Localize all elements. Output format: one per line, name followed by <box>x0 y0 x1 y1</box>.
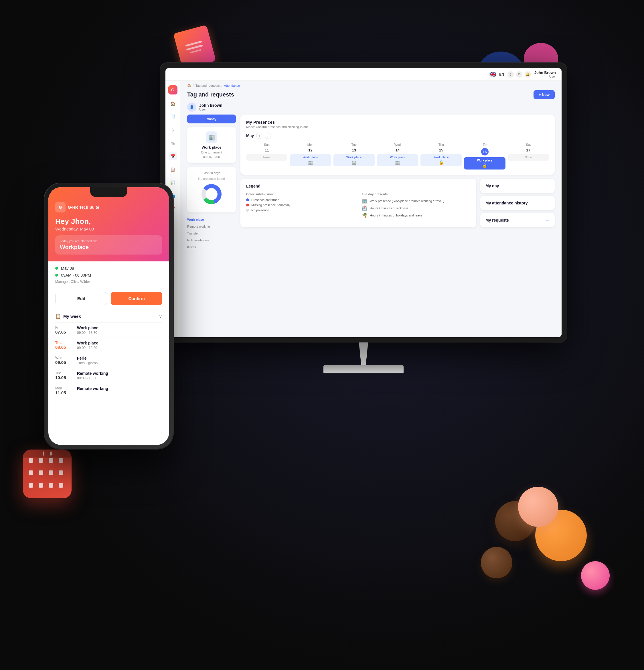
menu-item-workplace[interactable]: Work place <box>187 217 236 222</box>
my-requests-card[interactable]: My requests → <box>480 213 555 227</box>
day-name-sun: Sun <box>246 143 287 146</box>
week-calendar-icon: 📋 <box>55 313 61 319</box>
week-item-fri[interactable]: Fri 07.05 Work place 09:00 - 18:30 <box>55 322 162 338</box>
work-place-card: 🏢 Work place One turnament 09:00-18:00 <box>187 127 236 163</box>
monitor-screen: 🇬🇧 EN ? ⚙ 🔔 John Brown User G 🏠 📄 $ 🛍 <box>165 68 562 337</box>
day-num-mon: 12 <box>290 148 331 152</box>
day-name-wed: Wed <box>377 143 418 146</box>
phone-screen: G G-HR Tech Suite Hey Jhon, Wednesday, M… <box>49 187 169 445</box>
day-card-tue[interactable]: Work place 🏢 <box>333 154 375 166</box>
sidebar-icon-calendar[interactable]: 📅 <box>169 152 177 160</box>
help-icon[interactable]: ? <box>507 71 514 78</box>
schedule-time-text: 09AM - 06:30PM <box>61 273 91 278</box>
day-card-mon[interactable]: Work place 🏢 <box>290 154 331 166</box>
week-detail-wen: Ferie Tutto il giorno <box>77 356 162 365</box>
day-card-thu[interactable]: Work place 🔒 <box>421 154 462 166</box>
sidebar-icon-bag[interactable]: 🛍 <box>169 139 177 147</box>
settings-icon[interactable]: ⚙ <box>516 71 522 78</box>
side-cards: My day → My attendance history → My requ… <box>480 179 555 227</box>
topbar-user-role: User <box>534 75 556 78</box>
phone-logo-row: G G-HR Tech Suite <box>55 202 162 213</box>
week-day-name-mon-phone: Mon <box>55 386 72 390</box>
sidebar-icon-list[interactable]: 📋 <box>169 165 177 174</box>
my-requests-arrow: → <box>545 218 550 223</box>
week-item-thu[interactable]: Thu 08.05 Work place 09:00 - 18:30 <box>55 338 162 353</box>
phone-logo-icon: G <box>59 205 62 210</box>
content-grid: today 🏢 Work place One turnament 09:00-1… <box>180 115 562 323</box>
work-place-detail1: One turnament <box>192 151 231 154</box>
my-day-card[interactable]: My day → <box>480 179 555 193</box>
schedule-item-date: May 08 <box>55 266 162 271</box>
breadcrumb-home[interactable]: 🏠 <box>187 84 191 87</box>
topbar-user: John Brown User <box>534 70 556 78</box>
day-col-sat: Sat 17 None <box>508 143 549 170</box>
cal-ring-1 <box>43 452 44 456</box>
menu-item-transfer[interactable]: Transfer <box>187 231 236 236</box>
week-item-mon[interactable]: Mon 11.05 Remote working <box>55 383 162 398</box>
week-detail-thu: Work place 09:00 - 18:30 <box>77 341 162 350</box>
phone-date: Wednesday, May 08 <box>55 227 162 231</box>
dot-green-date <box>55 267 58 270</box>
today-tab[interactable]: today <box>187 115 236 123</box>
menu-item-illness[interactable]: Illness <box>187 244 236 250</box>
cal-dot <box>49 458 53 463</box>
week-item-wen[interactable]: Wen 09.05 Ferie Tutto il giorno <box>55 353 162 368</box>
calendar-prev[interactable]: ‹ <box>256 133 262 139</box>
breadcrumb-section[interactable]: Tag and requests <box>195 84 220 87</box>
day-col-tue: Tue 13 Work place 🏢 <box>333 143 375 170</box>
legend-color-title: Color subdivision: <box>246 192 355 196</box>
cal-dot <box>39 458 43 463</box>
my-attendance-history-card[interactable]: My attendance history → <box>480 196 555 210</box>
week-day-name-wen: Wen <box>55 356 72 360</box>
week-time-fri: 09:00 - 18:30 <box>77 331 162 335</box>
my-attendance-history-label: My attendance history <box>485 201 528 205</box>
confirm-button[interactable]: Confirm <box>111 292 162 305</box>
week-detail-tue: Remote working 09:00 - 18:30 <box>77 371 162 380</box>
week-time-wen: Tutto il giorno <box>77 361 162 365</box>
day-num-sun: 11 <box>246 148 287 152</box>
day-card-wed[interactable]: Work place 🏢 <box>377 154 418 166</box>
phone-planned: Today you are planned on: Workplace <box>55 236 162 255</box>
day-col-mon: Mon 12 Work place 🏢 <box>290 143 331 170</box>
manager-text: Manager: Olivia Wilder <box>55 280 162 284</box>
day-card-sat[interactable]: None <box>508 154 549 161</box>
legend-color-section: Color subdivision: Presence confirmed Mi… <box>246 192 355 219</box>
sidebar-icon-doc[interactable]: 📄 <box>169 113 177 121</box>
donut-chart <box>200 183 223 205</box>
calendar-month: May <box>246 133 254 138</box>
legend-text-no-presence: No presence <box>251 209 269 212</box>
menu-item-remote[interactable]: Remote working <box>187 224 236 229</box>
sidebar-icon-home[interactable]: 🏠 <box>169 99 177 108</box>
notifications-icon[interactable]: 🔔 <box>525 71 531 78</box>
legend-title: Legend <box>246 184 470 188</box>
breadcrumb-sep2: / <box>221 84 222 87</box>
legend-item-sickness: 🏥 Hours / minutes of sickness <box>362 205 470 211</box>
day-card-fri[interactable]: Work place 🔓 <box>464 157 505 170</box>
cal-dot <box>39 483 43 487</box>
day-card-sun[interactable]: None <box>246 154 287 161</box>
week-grid: Sun 11 None Mon 12 <box>246 143 549 170</box>
menu-item-holidays[interactable]: Holidays/leaves <box>187 238 236 243</box>
legend-text-missing: Missing presence / anomaly <box>251 203 290 207</box>
legend-text-confirmed: Presence confirmed <box>251 198 279 202</box>
legend-dot-confirmed <box>246 198 249 201</box>
week-day-wen: Wen 09.05 <box>55 356 72 365</box>
phone-app-name: G-HR Tech Suite <box>68 205 99 210</box>
edit-button[interactable]: Edit <box>55 292 107 305</box>
new-button[interactable]: + New <box>534 90 555 99</box>
calendar-next[interactable]: › <box>265 133 271 139</box>
cal-dot <box>49 470 53 475</box>
week-day-date-tue-phone: 10.05 <box>55 375 72 380</box>
sphere-dark-small <box>481 547 512 578</box>
calendar-top-bar <box>23 450 71 457</box>
my-requests-label: My requests <box>485 218 509 223</box>
week-detail-mon: Remote working <box>77 386 162 391</box>
workplace-icon: 🏢 <box>362 198 368 204</box>
language-label[interactable]: EN <box>499 72 504 77</box>
week-item-tue[interactable]: Tue 10.05 Remote working 09:00 - 18:30 <box>55 368 162 383</box>
day-name-fri: Fri <box>464 143 505 146</box>
user-info-row: 👤 John Brown User <box>180 103 562 115</box>
sidebar-icon-dollar[interactable]: $ <box>169 126 177 134</box>
week-title: My week <box>63 314 81 319</box>
week-chevron[interactable]: ∨ <box>159 313 162 319</box>
